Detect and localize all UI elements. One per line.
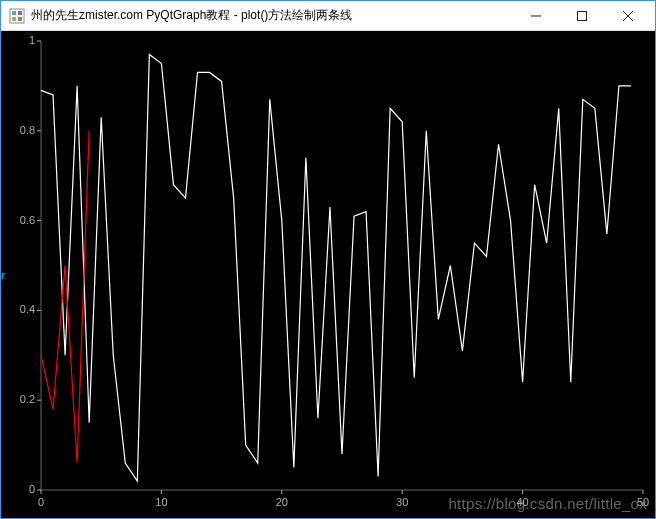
y-tick-label: 0.4 (5, 303, 35, 315)
chart-svg (1, 31, 655, 518)
svg-rect-6 (578, 11, 587, 20)
titlebar: 州的先生zmister.com PyQtGraph教程 - plot()方法绘制… (1, 1, 655, 31)
x-tick-label: 50 (633, 496, 653, 508)
minimize-button[interactable] (513, 1, 559, 30)
window-title: 州的先生zmister.com PyQtGraph教程 - plot()方法绘制… (31, 7, 513, 24)
x-tick-label: 40 (513, 496, 533, 508)
plot-area[interactable]: r 00.20.40.60.8101020304050 https://blog… (1, 31, 655, 518)
x-tick-label: 10 (151, 496, 171, 508)
window-controls (513, 1, 651, 30)
svg-rect-4 (18, 17, 22, 21)
svg-rect-3 (12, 17, 16, 21)
close-button[interactable] (605, 1, 651, 30)
y-tick-label: 0.8 (5, 124, 35, 136)
x-tick-label: 20 (272, 496, 292, 508)
svg-rect-1 (12, 11, 16, 15)
y-tick-label: 1 (5, 34, 35, 46)
x-tick-label: 30 (392, 496, 412, 508)
y-tick-label: 0.6 (5, 214, 35, 226)
svg-rect-2 (18, 11, 22, 15)
y-tick-label: 0.2 (5, 393, 35, 405)
plot-client-area: r 00.20.40.60.8101020304050 https://blog… (1, 31, 655, 518)
x-tick-label: 0 (31, 496, 51, 508)
y-tick-label: 0 (5, 483, 35, 495)
app-icon (9, 8, 25, 24)
maximize-button[interactable] (559, 1, 605, 30)
